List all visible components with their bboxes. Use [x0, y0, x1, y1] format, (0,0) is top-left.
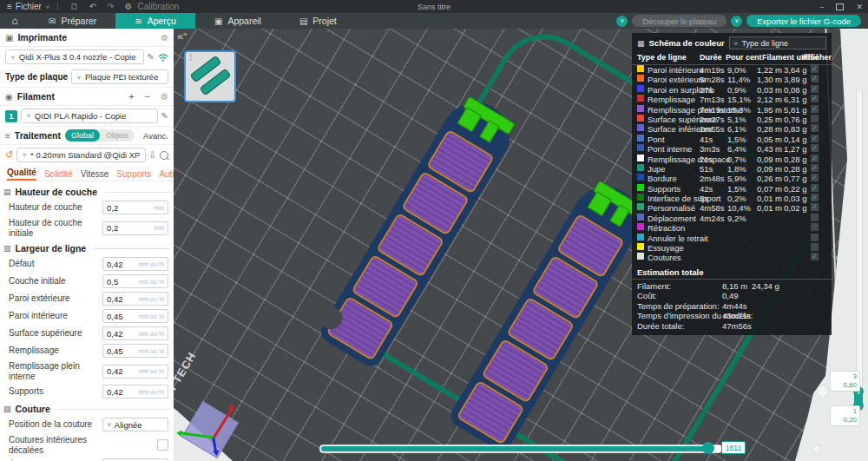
process-tab-autre[interactable]: Autre	[159, 169, 174, 181]
filament-preset-select[interactable]: ∨ QIDI PLA Rapido - Copie	[21, 109, 158, 123]
visibility-checkbox[interactable]	[811, 243, 819, 251]
file-menu[interactable]: ≡ Fichier ∨	[7, 2, 50, 11]
export-gcode-button[interactable]: Exporter le fichier G-code	[746, 15, 861, 27]
printer-preset-select[interactable]: ∨ Qidi X-Plus 3 0.4 nozzle - Copie	[5, 49, 144, 64]
visibility-checkbox[interactable]	[811, 115, 819, 122]
visibility-checkbox[interactable]: ✓	[811, 194, 819, 201]
legend-row[interactable]: Interface de support5s0,2%0,01 m0,03 g✓	[632, 194, 832, 203]
reset-preset-icon[interactable]: ↺	[5, 149, 13, 161]
tab-projet[interactable]: ▤Projet	[280, 13, 356, 29]
setting-input[interactable]: 0,45mm ou %	[102, 309, 168, 323]
legend-row[interactable]: Paroi intérieure4m19s9,0%1,22 m3,64 g✓	[632, 65, 832, 75]
legend-row[interactable]: Surface inférieure2m55s6,1%0,28 m0,83 g✓	[632, 124, 832, 134]
new-project-icon[interactable]: 🗋	[70, 2, 79, 11]
plate-thumbnail[interactable]: 1	[184, 50, 236, 102]
visibility-checkbox[interactable]	[811, 234, 819, 241]
setting-input[interactable]: 0,42mm ou %	[102, 365, 168, 379]
scope-objects[interactable]: Objets	[100, 131, 135, 140]
scope-toggle[interactable]: Global Objets	[65, 129, 135, 142]
filament-index-chip[interactable]: 1	[5, 110, 17, 122]
visibility-checkbox[interactable]: ✓	[811, 124, 819, 132]
setting-input[interactable]: 0,42mm ou %	[102, 292, 168, 306]
visibility-checkbox[interactable]: ✓	[811, 155, 819, 162]
legend-row[interactable]: Remplissage plein interne7m19s15,3%1,95 …	[632, 105, 832, 115]
setting-checkbox[interactable]	[157, 439, 168, 451]
slice-plate-button[interactable]: Découper le plateau	[632, 15, 727, 27]
close-button[interactable]: ✕	[856, 3, 863, 11]
legend-row[interactable]: Remplissage7m13s15,1%2,12 m6,31 g✓	[632, 95, 832, 104]
remove-filament-icon[interactable]: −	[145, 91, 150, 102]
visibility-checkbox[interactable]: ✓	[811, 184, 819, 192]
visibility-checkbox[interactable]: ✓	[811, 135, 819, 142]
visibility-checkbox[interactable]: ✓	[811, 75, 819, 82]
edit-preset-icon[interactable]: ✎	[148, 52, 155, 62]
scope-global[interactable]: Global	[65, 129, 100, 142]
setting-input[interactable]: 0,45mm ou %	[102, 344, 168, 358]
calibration-gear-icon[interactable]: ⚙	[125, 2, 133, 11]
moves-slider[interactable]: 1811	[319, 445, 722, 453]
legend-row[interactable]: Bordure2m48s5,9%0,26 m0,77 g✓	[632, 174, 832, 183]
visibility-checkbox[interactable]: ✓	[811, 144, 819, 152]
process-tab-supports[interactable]: Supports	[116, 169, 151, 181]
setting-input[interactable]: 0,5mm ou %	[102, 274, 168, 288]
legend-row[interactable]: Remplissage d'espace21s0,7%0,09 m0,28 g✓	[632, 155, 832, 164]
visibility-checkbox[interactable]: ✓	[811, 85, 819, 93]
calibration-label[interactable]: Calibration	[137, 2, 179, 11]
visibility-checkbox[interactable]: ✓	[811, 203, 819, 211]
printer-settings-gear-icon[interactable]: ⚙	[161, 33, 168, 43]
plate-type-select[interactable]: ∨ Plaque PEI texturée	[71, 69, 168, 84]
tab-appareil[interactable]: ▣Appareil	[195, 13, 280, 29]
visibility-checkbox[interactable]	[811, 223, 819, 231]
setting-input[interactable]: 0,2mm	[102, 221, 168, 235]
moves-slider-handle[interactable]	[702, 442, 714, 454]
legend-row[interactable]: Paroi en surplomb27s0,9%0,03 m0,08 g✓	[632, 85, 832, 95]
visibility-checkbox[interactable]	[811, 214, 819, 221]
slice-options-chevron[interactable]: ∨	[616, 16, 628, 27]
collapse-sidebar-icon[interactable]: «»	[177, 30, 187, 43]
legend-row[interactable]: Surface supérieure2m27s5,1%0,25 m0,76 g	[632, 115, 832, 124]
viewport-3d[interactable]: QIDI TECH 300	[174, 29, 868, 461]
visibility-checkbox[interactable]: ✓	[811, 174, 819, 181]
legend-row[interactable]: Pont interne3m3s6,4%0,43 m1,27 g✓	[632, 144, 832, 154]
visibility-checkbox[interactable]: ✓	[811, 65, 819, 73]
process-tab-solidité[interactable]: Solidité	[44, 169, 73, 181]
search-icon[interactable]	[160, 151, 168, 160]
legend-row[interactable]: Paroi extérieure5m28s11,4%1,30 m3,89 g✓	[632, 75, 832, 84]
redo-icon[interactable]: ↷	[107, 2, 114, 11]
minimize-button[interactable]: –	[819, 3, 824, 11]
legend-row[interactable]: Personnalisé4m58s10,4%0,01 m0,02 g✓	[632, 203, 832, 213]
layer-slider-track[interactable]	[856, 89, 863, 412]
edit-filament-icon[interactable]: ✎	[161, 111, 168, 121]
save-preset-icon[interactable]: ⇩	[149, 150, 156, 160]
legend-row[interactable]: Déplacement4m24s9,2%	[632, 214, 832, 223]
visibility-checkbox[interactable]: ✓	[811, 164, 819, 172]
process-preset-select[interactable]: ∨ * 0.20mm Standard @Qidi XPlus3	[16, 148, 145, 162]
setting-select[interactable]: ∨Alignée	[102, 418, 168, 431]
visibility-checkbox[interactable]: ✓	[811, 253, 819, 260]
setting-input[interactable]: 0,42mm ou %	[102, 326, 168, 340]
wifi-icon[interactable]	[158, 53, 168, 62]
legend-row[interactable]: Coutures✓	[632, 253, 832, 262]
add-filament-icon[interactable]: +	[128, 91, 134, 102]
export-options-chevron[interactable]: ∨	[731, 16, 742, 27]
process-tab-vitesse[interactable]: Vitesse	[81, 169, 109, 181]
legend-row[interactable]: Rétraction	[632, 223, 832, 233]
setting-input[interactable]: 0,42mm ou %	[102, 257, 168, 271]
legend-row[interactable]: Annuler le retrait	[632, 234, 832, 243]
visibility-checkbox[interactable]: ✓	[811, 95, 819, 102]
tab-préparer[interactable]: ✉Préparer	[30, 13, 115, 29]
home-icon[interactable]: ⌂	[0, 13, 30, 29]
legend-row[interactable]: Essuyage	[632, 243, 832, 253]
view-mode-select[interactable]: ∨ Type de ligne	[729, 36, 826, 49]
visibility-checkbox[interactable]: ✓	[811, 105, 819, 113]
maximize-button[interactable]	[836, 3, 844, 10]
undo-icon[interactable]: ↶	[89, 2, 96, 11]
tab-aperçu[interactable]: ≋Aperçu	[115, 13, 195, 29]
legend-row[interactable]: Pont41s1,5%0,05 m0,14 g✓	[632, 135, 832, 144]
legend-row[interactable]: Jupe51s1,8%0,09 m0,28 g✓	[632, 164, 832, 174]
setting-input[interactable]: 0,42mm ou %	[102, 385, 168, 398]
setting-input[interactable]: 0,2mm	[102, 201, 168, 214]
legend-row[interactable]: Supports42s1,5%0,07 m0,22 g✓	[632, 184, 832, 194]
filament-settings-gear-icon[interactable]: ⚙	[161, 92, 168, 102]
process-tab-qualité[interactable]: Qualité	[7, 168, 36, 181]
